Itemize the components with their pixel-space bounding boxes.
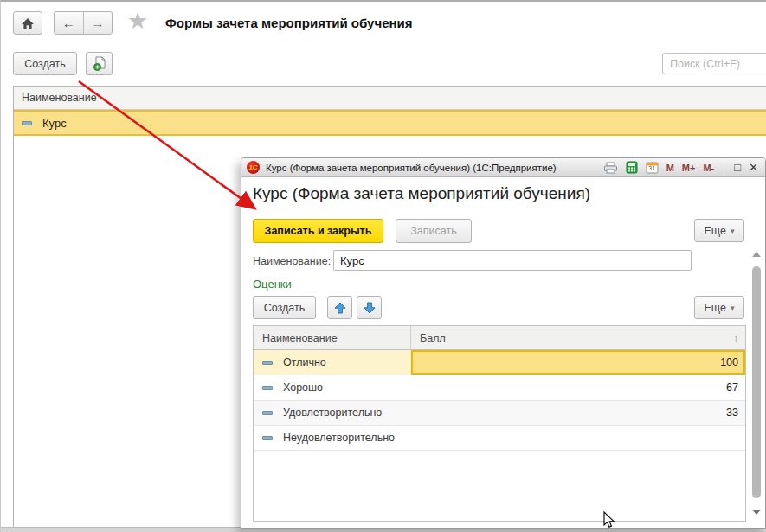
grade-name-cell[interactable]: Хорошо (254, 375, 411, 400)
table-row[interactable]: Хорошо 67 (254, 375, 745, 401)
mouse-cursor-icon (603, 511, 615, 529)
dialog-content: Курс (Форма зачета мероприятий обучения)… (241, 177, 765, 529)
forward-button[interactable]: → (84, 12, 113, 34)
calendar-icon[interactable]: 31 (646, 161, 659, 174)
move-down-button[interactable] (357, 296, 382, 319)
grades-create-button[interactable]: Создать (253, 296, 316, 319)
chevron-down-icon: ▾ (731, 304, 735, 312)
chevron-down-icon: ▾ (731, 227, 735, 235)
maximize-icon[interactable]: □ (734, 162, 741, 173)
more-button-label: Еще (705, 225, 726, 237)
memory-minus-button[interactable]: М- (703, 163, 714, 173)
create-copy-icon (93, 56, 106, 71)
grades-table-header: Наименование Балл ↑ (254, 326, 745, 350)
dialog-title: Курс (Форма зачета мероприятий обучения)… (266, 163, 557, 173)
memory-recall-button[interactable]: М (666, 163, 674, 173)
grade-score: 67 (726, 381, 738, 394)
back-button[interactable]: ← (55, 12, 84, 34)
sort-ascending-icon: ↑ (733, 332, 738, 344)
column-header-name[interactable]: Наименование (254, 326, 411, 349)
item-dash-icon (262, 361, 273, 365)
grade-name: Удовлетворительно (283, 407, 382, 419)
grades-section-label[interactable]: Оценки (253, 278, 292, 291)
vertical-scrollbar[interactable] (751, 252, 762, 522)
grade-name-cell[interactable]: Отлично (254, 350, 411, 375)
list-row-label: Курс (42, 117, 67, 130)
more-button-form[interactable]: Еще ▾ (694, 219, 744, 242)
list-column-header[interactable]: Наименование (14, 87, 766, 110)
grade-name-cell[interactable]: Неудовлетворительно (254, 426, 411, 450)
grade-score: 33 (726, 407, 738, 419)
table-row[interactable]: Удовлетворительно 33 (254, 401, 745, 426)
history-nav: ← → (54, 11, 113, 35)
app-window: { "main": { "title": "Формы зачета мероп… (0, 0, 766, 532)
grade-score-cell[interactable]: 33 (411, 401, 745, 425)
search-input[interactable] (662, 53, 766, 74)
home-button[interactable] (13, 11, 42, 35)
grade-score-cell[interactable]: 67 (411, 375, 745, 400)
memory-plus-button[interactable]: М+ (682, 163, 696, 173)
move-up-button[interactable] (327, 296, 352, 319)
save-and-close-button[interactable]: Записать и закрыть (253, 219, 383, 243)
calendar-day-label: 31 (646, 165, 659, 171)
titlebar-actions: 31 М М+ М- □ ✕ (603, 161, 758, 174)
table-row[interactable]: Неудовлетворительно (254, 426, 745, 451)
print-icon[interactable] (603, 162, 618, 174)
item-dash-icon (262, 386, 273, 390)
name-field[interactable] (333, 250, 692, 271)
grade-score: 100 (720, 356, 738, 369)
titlebar-separator (724, 162, 724, 174)
grade-name: Отлично (283, 356, 326, 369)
close-icon[interactable]: ✕ (749, 162, 758, 173)
forward-icon: → (91, 16, 104, 30)
column-label: Балл (420, 332, 446, 344)
move-down-icon (364, 302, 376, 314)
name-field-label: Наименование: (253, 255, 331, 267)
item-dash-icon (262, 436, 273, 440)
page-title: Формы зачета мероприятий обучения (165, 16, 413, 30)
item-dash-icon (262, 411, 273, 415)
grade-name: Хорошо (283, 381, 323, 394)
grade-score-cell-selected[interactable]: 100 (411, 350, 745, 375)
dialog-titlebar[interactable]: 1С Курс (Форма зачета мероприятий обучен… (241, 158, 765, 177)
more-button-grades[interactable]: Еще ▾ (694, 296, 744, 319)
form-heading: Курс (Форма зачета мероприятий обучения) (253, 184, 590, 203)
item-form-dialog: 1С Курс (Форма зачета мероприятий обучен… (241, 157, 766, 529)
column-header-score[interactable]: Балл ↑ (411, 326, 745, 349)
back-icon: ← (62, 16, 75, 30)
grade-name: Неудовлетворительно (283, 432, 395, 444)
save-button[interactable]: Записать (396, 219, 472, 243)
column-header-label: Наименование (22, 92, 97, 104)
favorite-star-icon[interactable]: ★ (127, 7, 148, 35)
move-up-icon (334, 302, 346, 314)
create-button[interactable]: Создать (13, 52, 77, 75)
scroll-down-icon[interactable] (752, 510, 761, 515)
column-label: Наименование (262, 332, 338, 344)
scroll-up-icon[interactable] (752, 252, 761, 257)
item-dash-icon (22, 121, 32, 125)
1c-logo-icon: 1С (247, 161, 260, 174)
create-copy-button[interactable] (86, 52, 113, 75)
grade-name-cell[interactable]: Удовлетворительно (254, 401, 411, 425)
grades-table: Наименование Балл ↑ Отлично 100 (253, 325, 746, 522)
main-toolbar: ← → ★ Формы зачета мероприятий обучения … (1, 2, 766, 45)
more-button-label: Еще (705, 302, 726, 314)
table-row[interactable]: Отлично 100 (254, 350, 745, 375)
home-icon (21, 17, 35, 29)
scrollbar-thumb[interactable] (752, 266, 761, 498)
list-row-selected[interactable]: Курс (14, 110, 766, 136)
grade-score-cell[interactable] (411, 426, 745, 450)
calculator-icon[interactable] (626, 161, 638, 174)
